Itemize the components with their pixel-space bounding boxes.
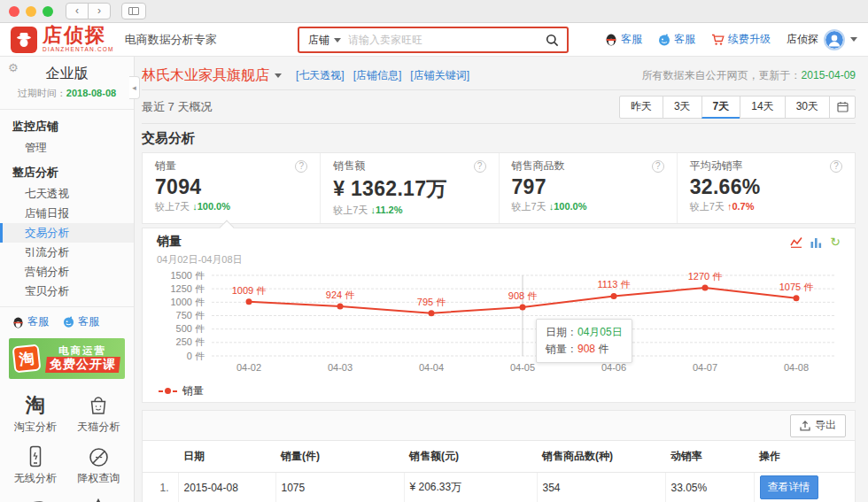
svg-text:250 件: 250 件	[176, 336, 205, 347]
svg-text:04-07: 04-07	[693, 362, 717, 373]
col-header-amount: 销售额(元)	[404, 441, 537, 472]
svg-text:1075 件: 1075 件	[779, 282, 814, 292]
wangwang-icon	[63, 316, 74, 328]
search-category-dropdown[interactable]: 店铺	[299, 33, 348, 48]
wangwang-service-label: 客服	[674, 32, 695, 47]
cell-rate: 33.05%	[665, 472, 754, 502]
stat-card-sales-volume[interactable]: 销量 ? 7094 较上7天 ↓100.0%	[143, 153, 321, 223]
svg-text:04-02: 04-02	[236, 362, 261, 373]
table-header-row: 日期 销量(件) 销售额(元) 销售商品数(种) 动销率 操作	[143, 441, 855, 472]
tooltip-value: 908	[577, 343, 595, 355]
promo-banner[interactable]: 淘 电商运营 免费公开课	[9, 338, 125, 379]
banner-line1: 电商运营	[40, 344, 125, 357]
bar-chart-icon[interactable]	[810, 236, 822, 248]
gear-icon[interactable]: ⚙	[8, 61, 19, 74]
refresh-icon[interactable]: ↻	[830, 236, 841, 248]
sidebar-qq-service-label: 客服	[27, 314, 49, 329]
col-header-action: 操作	[754, 441, 855, 472]
tool-train-promotion[interactable]: 直通车推广	[4, 496, 67, 502]
svg-text:04-06: 04-06	[601, 362, 626, 373]
chart-plot-area[interactable]: 0 件250 件500 件750 件1000 件1250 件1500 件04-0…	[143, 266, 855, 381]
search-input[interactable]	[348, 34, 538, 46]
svg-text:908 件: 908 件	[508, 290, 537, 301]
view-detail-button[interactable]: 查看详情	[760, 475, 818, 499]
help-icon[interactable]: ?	[474, 160, 486, 173]
sidebar-item-traffic-analysis[interactable]: 引流分析	[0, 243, 134, 262]
stat-card-sales-amount[interactable]: 销售额 ? ¥ 1362.17万 较上7天 ↓11.2%	[321, 153, 499, 223]
sidebar-item-trade-analysis[interactable]: 交易分析	[0, 223, 134, 243]
account-menu[interactable]: 店侦探	[787, 29, 857, 50]
history-back-button[interactable]: ‹	[66, 3, 89, 19]
col-header-sales: 销量(件)	[275, 441, 404, 472]
avatar	[824, 29, 845, 50]
search-category-label: 店铺	[308, 33, 329, 48]
sales-line-chart[interactable]: 0 件250 件500 件750 件1000 件1250 件1500 件04-0…	[157, 266, 842, 378]
sidebar-wangwang-service-link[interactable]: 客服	[63, 314, 99, 329]
renew-upgrade-link[interactable]: 续费升级	[711, 32, 771, 47]
compare-label: 较上7天	[333, 205, 368, 215]
row-index: 1.	[143, 472, 178, 502]
search-icon[interactable]	[538, 34, 567, 47]
tool-demotion-check[interactable]: 降权查询	[67, 444, 131, 486]
window-zoom-button[interactable]	[43, 6, 53, 17]
window-controls	[9, 6, 53, 17]
chart-title: 销量	[157, 234, 182, 250]
window-close-button[interactable]	[9, 6, 19, 17]
tool-tmall-analysis[interactable]: 天猫分析	[67, 393, 131, 435]
tool-shop-dsr[interactable]: 店铺DSR	[67, 496, 131, 502]
range-3day-button[interactable]: 3天	[663, 96, 702, 119]
sidebar-item-daily-report[interactable]: 店铺日报	[0, 204, 134, 223]
qq-service-label: 客服	[621, 32, 642, 47]
help-icon[interactable]: ?	[295, 160, 307, 173]
sidebar-qq-service-link[interactable]: 客服	[12, 314, 49, 329]
col-header-products: 销售商品数(种)	[537, 441, 665, 472]
menu-section-store-analysis: 整店分析	[0, 158, 134, 184]
expire-info: 过期时间：2018-08-08	[0, 87, 134, 100]
mobile-icon	[27, 445, 43, 468]
app-header: 店侦探 DIANZHENTAN.COM 电商数据分析专家 店铺 客服	[0, 23, 868, 57]
tool-label: 天猫分析	[67, 420, 131, 435]
link-store-keywords[interactable]: [店铺关键词]	[410, 68, 469, 83]
help-icon[interactable]: ?	[830, 160, 842, 173]
delta-value: 100.0%	[198, 201, 230, 212]
range-14day-button[interactable]: 14天	[740, 96, 785, 119]
qq-service-link[interactable]: 客服	[605, 32, 642, 47]
svg-text:04-08: 04-08	[784, 362, 809, 373]
stat-label: 销售额	[333, 158, 365, 174]
calendar-button[interactable]	[829, 96, 856, 119]
train-icon	[22, 498, 49, 502]
help-icon[interactable]: ?	[652, 160, 664, 173]
account-name: 店侦探	[787, 32, 818, 47]
range-yesterday-button[interactable]: 昨天	[619, 96, 663, 119]
range-30day-button[interactable]: 30天	[785, 96, 830, 119]
store-name: 林氏木业家具旗舰店	[142, 66, 269, 85]
sidebar-item-manage[interactable]: 管理	[0, 138, 134, 158]
history-forward-button[interactable]: ›	[88, 3, 111, 19]
stat-card-product-count[interactable]: 销售商品数 ? 797 较上7天 ↓100.0%	[500, 153, 678, 223]
stat-card-avg-turnover[interactable]: 平均动销率 ? 32.66% 较上7天 ↑0.7%	[678, 153, 855, 223]
sidebar-item-marketing-analysis[interactable]: 营销分析	[0, 262, 134, 282]
svg-text:1250 件: 1250 件	[170, 283, 205, 294]
sidebar-item-seven-day[interactable]: 七天透视	[0, 184, 134, 204]
tool-taobao-analysis[interactable]: 淘 淘宝分析	[4, 393, 67, 435]
link-seven-day[interactable]: [七天透视]	[296, 68, 345, 83]
brand-logo[interactable]: 店侦探 DIANZHENTAN.COM	[11, 26, 114, 53]
sidebar-toggle-button[interactable]	[121, 3, 146, 19]
sidebar-item-item-analysis[interactable]: 宝贝分析	[0, 282, 134, 301]
svg-text:750 件: 750 件	[176, 310, 205, 321]
stats-cards: 销量 ? 7094 较上7天 ↓100.0% 销售额 ? ¥ 1362.17万 …	[142, 152, 856, 224]
tool-wireless-analysis[interactable]: 无线分析	[4, 444, 67, 486]
export-button[interactable]: 导出	[790, 414, 846, 437]
store-name-dropdown[interactable]: 林氏木业家具旗舰店	[142, 66, 282, 85]
range-7day-button[interactable]: 7天	[701, 96, 741, 119]
wangwang-service-link[interactable]: 客服	[658, 32, 695, 47]
svg-text:04-03: 04-03	[328, 362, 353, 373]
window-minimize-button[interactable]	[26, 6, 36, 17]
link-store-info[interactable]: [店铺信息]	[353, 68, 402, 83]
chart-legend[interactable]: 销量	[143, 381, 855, 398]
sidebar-collapse-handle[interactable]: ◂	[129, 76, 140, 99]
svg-text:795 件: 795 件	[417, 297, 446, 307]
svg-text:1500 件: 1500 件	[170, 270, 205, 281]
line-chart-icon[interactable]	[790, 236, 802, 248]
page-title: 交易分析	[142, 130, 856, 147]
